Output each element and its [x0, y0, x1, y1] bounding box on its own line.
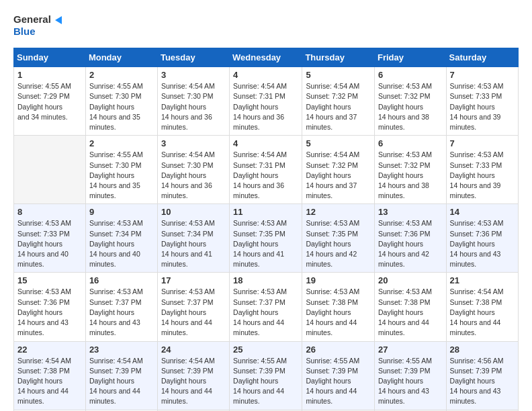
col-header-thursday: Thursday — [302, 48, 375, 67]
table-row: 24Sunrise: 4:54 AMSunset: 7:39 PMDayligh… — [157, 341, 229, 410]
table-row: 16Sunrise: 4:53 AMSunset: 7:37 PMDayligh… — [85, 273, 157, 341]
table-row: 11Sunrise: 4:53 AMSunset: 7:35 PMDayligh… — [230, 204, 302, 273]
page-header: General Blue — [13, 13, 519, 37]
table-row: 26Sunrise: 4:55 AMSunset: 7:39 PMDayligh… — [302, 341, 375, 410]
table-row: 2Sunrise: 4:55 AMSunset: 7:30 PMDaylight… — [85, 136, 157, 204]
table-row: 25Sunrise: 4:55 AMSunset: 7:39 PMDayligh… — [230, 341, 302, 410]
calendar-week-5: 22Sunrise: 4:54 AMSunset: 7:38 PMDayligh… — [14, 341, 519, 410]
table-row: 14Sunrise: 4:53 AMSunset: 7:36 PMDayligh… — [446, 204, 518, 273]
table-row: 10Sunrise: 4:53 AMSunset: 7:34 PMDayligh… — [157, 204, 229, 273]
table-row: 4Sunrise: 4:54 AMSunset: 7:31 PMDaylight… — [230, 67, 302, 136]
table-row: 1Sunrise: 4:55 AMSunset: 7:29 PMDaylight… — [14, 67, 86, 136]
table-row: 22Sunrise: 4:54 AMSunset: 7:38 PMDayligh… — [14, 341, 86, 410]
table-row: 19Sunrise: 4:53 AMSunset: 7:38 PMDayligh… — [302, 273, 375, 341]
calendar-table: SundayMondayTuesdayWednesdayThursdayFrid… — [13, 48, 519, 411]
table-row: 18Sunrise: 4:53 AMSunset: 7:37 PMDayligh… — [230, 273, 302, 341]
table-row: 6Sunrise: 4:53 AMSunset: 7:32 PMDaylight… — [374, 136, 446, 204]
table-row: 9Sunrise: 4:53 AMSunset: 7:34 PMDaylight… — [85, 204, 157, 273]
svg-marker-0 — [55, 16, 62, 24]
col-header-friday: Friday — [374, 48, 446, 67]
col-header-tuesday: Tuesday — [157, 48, 229, 67]
calendar-week-4: 15Sunrise: 4:53 AMSunset: 7:36 PMDayligh… — [14, 273, 519, 341]
table-row: 23Sunrise: 4:54 AMSunset: 7:39 PMDayligh… — [85, 341, 157, 410]
table-row: 5Sunrise: 4:54 AMSunset: 7:32 PMDaylight… — [302, 136, 375, 204]
table-row: 17Sunrise: 4:53 AMSunset: 7:37 PMDayligh… — [157, 273, 229, 341]
table-row: 20Sunrise: 4:53 AMSunset: 7:38 PMDayligh… — [374, 273, 446, 341]
col-header-sunday: Sunday — [14, 48, 86, 67]
col-header-saturday: Saturday — [446, 48, 518, 67]
table-row: 8Sunrise: 4:53 AMSunset: 7:33 PMDaylight… — [14, 204, 86, 273]
calendar-week-3: 8Sunrise: 4:53 AMSunset: 7:33 PMDaylight… — [14, 204, 519, 273]
table-row: 21Sunrise: 4:54 AMSunset: 7:38 PMDayligh… — [446, 273, 518, 341]
col-header-wednesday: Wednesday — [230, 48, 302, 67]
col-header-monday: Monday — [85, 48, 157, 67]
table-row: 7Sunrise: 4:53 AMSunset: 7:33 PMDaylight… — [446, 67, 518, 136]
table-row: 7Sunrise: 4:53 AMSunset: 7:33 PMDaylight… — [446, 136, 518, 204]
table-row: 12Sunrise: 4:53 AMSunset: 7:35 PMDayligh… — [302, 204, 375, 273]
table-row: 15Sunrise: 4:53 AMSunset: 7:36 PMDayligh… — [14, 273, 86, 341]
logo: General Blue — [13, 13, 64, 37]
table-row: 27Sunrise: 4:55 AMSunset: 7:39 PMDayligh… — [374, 341, 446, 410]
table-row: 28Sunrise: 4:56 AMSunset: 7:39 PMDayligh… — [446, 341, 518, 410]
table-row: 3Sunrise: 4:54 AMSunset: 7:30 PMDaylight… — [157, 136, 229, 204]
table-row: 5Sunrise: 4:54 AMSunset: 7:32 PMDaylight… — [302, 67, 375, 136]
calendar-week-2: 2Sunrise: 4:55 AMSunset: 7:30 PMDaylight… — [14, 136, 519, 204]
table-row — [14, 136, 86, 204]
calendar-week-1: 1Sunrise: 4:55 AMSunset: 7:29 PMDaylight… — [14, 67, 519, 136]
calendar-header-row: SundayMondayTuesdayWednesdayThursdayFrid… — [14, 48, 519, 67]
table-row: 2Sunrise: 4:55 AMSunset: 7:30 PMDaylight… — [85, 67, 157, 136]
logo-text: General Blue — [13, 13, 64, 37]
table-row: 3Sunrise: 4:54 AMSunset: 7:30 PMDaylight… — [157, 67, 229, 136]
table-row: 6Sunrise: 4:53 AMSunset: 7:32 PMDaylight… — [374, 67, 446, 136]
table-row: 13Sunrise: 4:53 AMSunset: 7:36 PMDayligh… — [374, 204, 446, 273]
table-row: 4Sunrise: 4:54 AMSunset: 7:31 PMDaylight… — [230, 136, 302, 204]
logo-arrow-icon — [52, 15, 64, 25]
